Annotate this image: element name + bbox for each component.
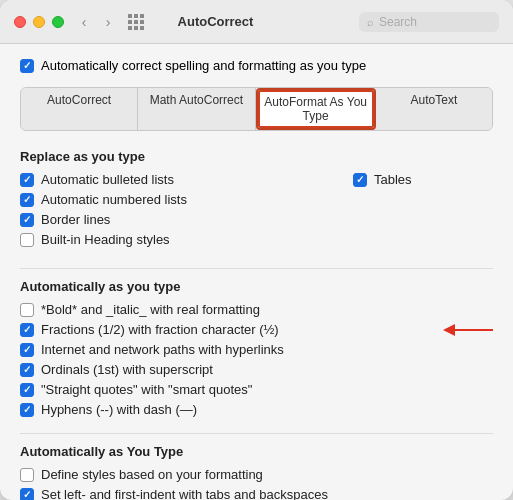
main-window: ‹ › AutoCorrect ⌕ Search Automatically c… (0, 0, 513, 500)
list-item: Internet and network paths with hyperlin… (20, 342, 493, 357)
list-item: Fractions (1/2) with fraction character … (20, 322, 493, 337)
search-icon: ⌕ (367, 16, 374, 28)
section-replace-right: Tables (353, 172, 493, 252)
label-hyphens: Hyphens (--) with dash (—) (41, 402, 197, 417)
minimize-button[interactable] (33, 16, 45, 28)
top-checkbox[interactable] (20, 59, 34, 73)
tab-autotext[interactable]: AutoText (376, 88, 492, 130)
label-bulleted-lists: Automatic bulleted lists (41, 172, 174, 187)
list-item: *Bold* and _italic_ with real formatting (20, 302, 493, 317)
list-item: "Straight quotes" with "smart quotes" (20, 382, 493, 397)
checkbox-numbered-lists[interactable] (20, 193, 34, 207)
checkbox-bold-italic[interactable] (20, 303, 34, 317)
label-heading-styles: Built-in Heading styles (41, 232, 170, 247)
top-checkbox-row: Automatically correct spelling and forma… (20, 58, 493, 73)
window-title: AutoCorrect (72, 14, 359, 29)
list-item: Define styles based on your formatting (20, 467, 493, 482)
checkbox-heading-styles[interactable] (20, 233, 34, 247)
tab-autocorrect[interactable]: AutoCorrect (21, 88, 138, 130)
label-fractions: Fractions (1/2) with fraction character … (41, 322, 279, 337)
list-item: Border lines (20, 212, 353, 227)
checkbox-fractions[interactable] (20, 323, 34, 337)
checkbox-ordinals[interactable] (20, 363, 34, 377)
label-bold-italic: *Bold* and _italic_ with real formatting (41, 302, 260, 317)
section-replace-left: Automatic bulleted lists Automatic numbe… (20, 172, 353, 252)
label-ordinals: Ordinals (1st) with superscript (41, 362, 213, 377)
checkbox-border-lines[interactable] (20, 213, 34, 227)
list-item: Built-in Heading styles (20, 232, 353, 247)
label-border-lines: Border lines (41, 212, 110, 227)
tabs-container: AutoCorrect Math AutoCorrect AutoFormat … (20, 87, 493, 131)
label-tables: Tables (374, 172, 412, 187)
tab-autoformat[interactable]: AutoFormat As You Type (256, 88, 376, 130)
list-item: Automatic numbered lists (20, 192, 353, 207)
section-auto-type: Automatically as you type *Bold* and _it… (20, 279, 493, 417)
label-internet-paths: Internet and network paths with hyperlin… (41, 342, 284, 357)
label-numbered-lists: Automatic numbered lists (41, 192, 187, 207)
section-replace-columns: Automatic bulleted lists Automatic numbe… (20, 172, 493, 252)
traffic-lights (14, 16, 64, 28)
list-item: Ordinals (1st) with superscript (20, 362, 493, 377)
section-auto-you-type-title: Automatically as You Type (20, 444, 493, 459)
section-auto-type-title: Automatically as you type (20, 279, 493, 294)
checkbox-set-indent[interactable] (20, 488, 34, 501)
label-set-indent: Set left- and first-indent with tabs and… (41, 487, 328, 500)
checkbox-internet-paths[interactable] (20, 343, 34, 357)
list-item: Set left- and first-indent with tabs and… (20, 487, 493, 500)
titlebar: ‹ › AutoCorrect ⌕ Search (0, 0, 513, 44)
checkbox-define-styles[interactable] (20, 468, 34, 482)
label-smart-quotes: "Straight quotes" with "smart quotes" (41, 382, 252, 397)
divider-2 (20, 433, 493, 434)
checkbox-hyphens[interactable] (20, 403, 34, 417)
section-replace: Replace as you type Automatic bulleted l… (20, 149, 493, 252)
close-button[interactable] (14, 16, 26, 28)
checkbox-tables[interactable] (353, 173, 367, 187)
list-item: Automatic bulleted lists (20, 172, 353, 187)
search-placeholder: Search (379, 15, 417, 29)
label-define-styles: Define styles based on your formatting (41, 467, 263, 482)
top-checkbox-label: Automatically correct spelling and forma… (41, 58, 366, 73)
content-area: Automatically correct spelling and forma… (0, 44, 513, 500)
tab-math-autocorrect[interactable]: Math AutoCorrect (138, 88, 255, 130)
checkbox-bulleted-lists[interactable] (20, 173, 34, 187)
checkbox-smart-quotes[interactable] (20, 383, 34, 397)
section-auto-you-type: Automatically as You Type Define styles … (20, 444, 493, 500)
section-replace-title: Replace as you type (20, 149, 493, 164)
list-item: Tables (353, 172, 493, 187)
list-item: Hyphens (--) with dash (—) (20, 402, 493, 417)
search-box[interactable]: ⌕ Search (359, 12, 499, 32)
maximize-button[interactable] (52, 16, 64, 28)
red-arrow-icon (443, 321, 498, 339)
divider-1 (20, 268, 493, 269)
